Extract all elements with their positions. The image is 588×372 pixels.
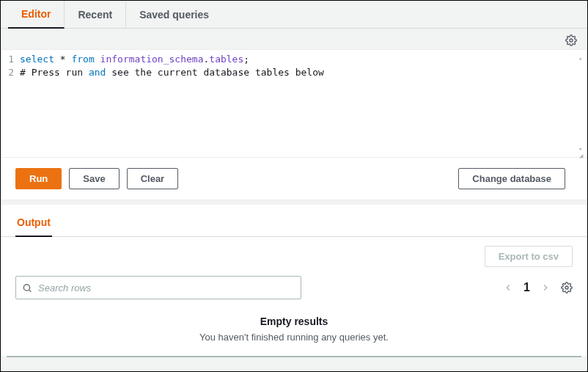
run-button[interactable]: Run bbox=[15, 168, 62, 189]
code-text: see the current database tables below bbox=[106, 67, 323, 78]
tab-recent[interactable]: Recent bbox=[65, 1, 126, 28]
top-tabs: Editor Recent Saved queries bbox=[1, 1, 587, 29]
tab-editor[interactable]: Editor bbox=[8, 1, 65, 29]
output-tabs: Output bbox=[1, 205, 587, 237]
change-database-button[interactable]: Change database bbox=[458, 168, 565, 189]
tab-output[interactable]: Output bbox=[15, 209, 52, 237]
results-toolbar: Export to csv bbox=[1, 237, 587, 273]
chevron-left-icon[interactable] bbox=[503, 282, 513, 293]
export-csv-button[interactable]: Export to csv bbox=[485, 246, 573, 267]
save-button[interactable]: Save bbox=[69, 168, 119, 189]
keyword: from bbox=[71, 54, 94, 65]
search-icon bbox=[22, 282, 32, 293]
code-text: # Press run bbox=[20, 67, 89, 78]
gear-icon[interactable] bbox=[565, 34, 577, 46]
search-input[interactable] bbox=[38, 282, 295, 293]
code-text bbox=[95, 54, 100, 65]
svg-point-1 bbox=[23, 284, 29, 290]
search-rows-box[interactable] bbox=[15, 276, 301, 299]
empty-results-title: Empty results bbox=[1, 316, 587, 327]
svg-line-2 bbox=[29, 290, 32, 292]
identifier: information_schema bbox=[100, 54, 204, 65]
page-number: 1 bbox=[523, 281, 530, 294]
footer-divider bbox=[7, 356, 581, 357]
vertical-scrollbar[interactable]: ▴ ▾ bbox=[578, 51, 586, 156]
tab-saved-queries[interactable]: Saved queries bbox=[126, 1, 222, 28]
code-editor[interactable]: 1 2 select * from information_schema.tab… bbox=[1, 49, 587, 158]
line-number: 2 bbox=[1, 66, 14, 79]
search-pager-row: 1 bbox=[1, 273, 587, 308]
line-gutter: 1 2 bbox=[1, 50, 18, 157]
code-text: ; bbox=[243, 54, 249, 65]
empty-results-message: You haven't finished running any queries… bbox=[1, 332, 587, 343]
code-content[interactable]: select * from information_schema.tables;… bbox=[18, 50, 328, 157]
svg-point-0 bbox=[570, 39, 573, 42]
pager: 1 bbox=[503, 281, 573, 294]
keyword: and bbox=[89, 67, 106, 78]
line-number: 1 bbox=[1, 53, 14, 66]
gear-icon[interactable] bbox=[561, 282, 573, 293]
action-bar: Run Save Clear Change database bbox=[1, 158, 587, 200]
identifier: tables bbox=[209, 54, 243, 65]
code-text: * bbox=[54, 54, 71, 65]
resize-grip-icon[interactable]: ◢ bbox=[579, 149, 587, 156]
chevron-right-icon[interactable] bbox=[540, 282, 551, 293]
svg-point-3 bbox=[565, 286, 568, 289]
empty-results: Empty results You haven't finished runni… bbox=[1, 308, 587, 356]
clear-button[interactable]: Clear bbox=[127, 168, 179, 189]
scroll-up-icon[interactable]: ▴ bbox=[578, 51, 586, 65]
editor-settings-row bbox=[1, 29, 587, 49]
keyword: select bbox=[20, 54, 54, 65]
